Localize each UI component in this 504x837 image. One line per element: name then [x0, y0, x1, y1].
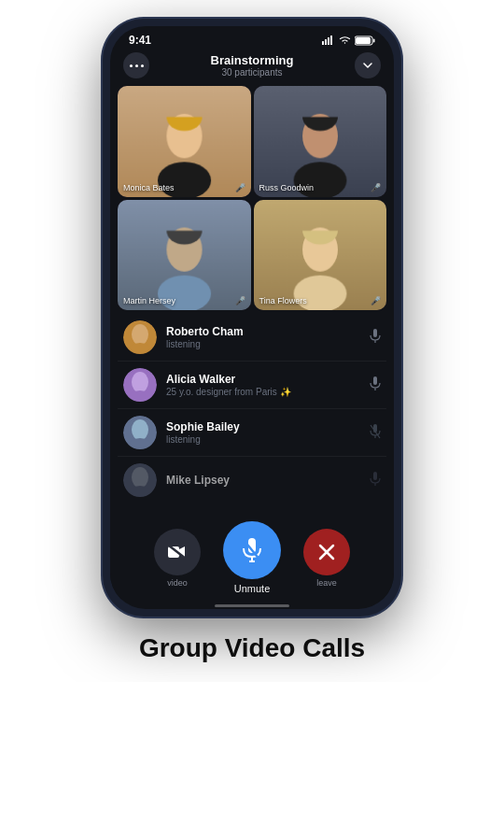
video-mic-monica: 🎤 [235, 183, 245, 192]
participant-info-roberto: Roberto Cham listening [166, 325, 370, 349]
page-title: Group Video Calls [139, 633, 365, 663]
phone-screen: 9:41 [110, 26, 394, 609]
video-mic-martin: 🎤 [235, 296, 245, 305]
participant-item[interactable]: Alicia Walker 25 y.o. designer from Pari… [118, 362, 386, 409]
status-icons [322, 35, 375, 46]
avatar-roberto [123, 320, 157, 354]
svg-rect-1 [325, 39, 327, 45]
participant-info-mike: Mike Lipsey [166, 474, 370, 488]
call-title-text: Brainstorming [211, 53, 294, 67]
participant-status-roberto: listening [166, 339, 370, 349]
participant-name-mike: Mike Lipsey [166, 474, 370, 487]
participant-item[interactable]: Mike Lipsey [118, 457, 386, 504]
participant-status-sophie: listening [166, 434, 370, 445]
mic-icon-mike [370, 472, 381, 489]
video-cell-monica: Monica Bates 🎤 [118, 86, 251, 197]
leave-label: leave [316, 578, 337, 588]
video-cell-russ: Russ Goodwin 🎤 [254, 86, 387, 197]
call-header: Brainstorming 30 participants [110, 50, 394, 86]
video-control: video [154, 529, 201, 588]
home-indicator [215, 604, 289, 607]
svg-rect-9 [373, 376, 377, 385]
wifi-icon [339, 35, 351, 45]
participant-item[interactable]: Roberto Cham listening [118, 314, 386, 362]
call-subtitle: 30 participants [211, 67, 294, 78]
mic-muted-icon [242, 538, 262, 562]
video-cell-martin: Martin Hersey 🎤 [118, 200, 251, 311]
video-grid: Monica Bates 🎤 Russ Goodwin 🎤 Martin Her… [110, 86, 394, 310]
svg-rect-6 [373, 38, 375, 42]
battery-icon [355, 35, 375, 46]
video-label-martin: Martin Hersey [123, 296, 175, 305]
svg-rect-5 [356, 37, 371, 44]
avatar-alicia [123, 368, 157, 402]
video-off-icon [168, 545, 187, 560]
avatar-mike [123, 463, 157, 497]
video-label-monica: Monica Bates [123, 183, 175, 192]
video-cell-tina: Tina Flowers 🎤 [254, 200, 387, 311]
participant-status-alicia: 25 y.o. designer from Paris ✨ [166, 387, 370, 397]
avatar-sophie [123, 416, 157, 449]
video-mic-tina: 🎤 [371, 296, 381, 305]
controls-area: video Unmute [110, 514, 394, 600]
video-label-russ: Russ Goodwin [259, 183, 315, 192]
participant-list: Roberto Cham listening Alicia Walker 25 … [110, 310, 394, 514]
unmute-label: Unmute [234, 583, 271, 594]
participant-name-sophie: Sophie Bailey [166, 420, 370, 433]
participant-info-sophie: Sophie Bailey listening [166, 420, 370, 445]
leave-button[interactable] [303, 529, 350, 575]
svg-rect-14 [373, 472, 377, 480]
mic-icon-sophie [370, 424, 381, 442]
more-options-button[interactable] [123, 52, 149, 78]
svg-rect-0 [322, 41, 324, 45]
close-icon [318, 544, 335, 560]
status-time: 9:41 [129, 34, 151, 47]
video-label: video [167, 578, 188, 588]
video-mic-russ: 🎤 [371, 183, 381, 192]
svg-rect-2 [328, 37, 329, 45]
collapse-button[interactable] [355, 52, 381, 78]
leave-control: leave [303, 529, 350, 588]
video-button[interactable] [154, 529, 201, 575]
mic-icon-alicia [370, 376, 381, 394]
phone-frame: 9:41 [103, 19, 401, 617]
controls-row: video Unmute [110, 521, 394, 594]
svg-rect-7 [373, 329, 377, 337]
mic-icon-roberto [370, 329, 381, 347]
mute-button[interactable] [223, 521, 281, 579]
participant-item[interactable]: Sophie Bailey listening [118, 409, 386, 457]
participant-name-alicia: Alicia Walker [166, 373, 370, 386]
participant-info-alicia: Alicia Walker 25 y.o. designer from Pari… [166, 373, 370, 397]
call-title: Brainstorming 30 participants [211, 53, 294, 78]
three-dots-icon [130, 64, 144, 67]
svg-rect-3 [330, 35, 332, 45]
chevron-down-icon [362, 60, 373, 71]
mute-control: Unmute [223, 521, 281, 594]
participant-name-roberto: Roberto Cham [166, 325, 370, 338]
signal-icon [322, 35, 335, 45]
video-label-tina: Tina Flowers [259, 296, 307, 305]
status-bar: 9:41 [110, 26, 394, 50]
